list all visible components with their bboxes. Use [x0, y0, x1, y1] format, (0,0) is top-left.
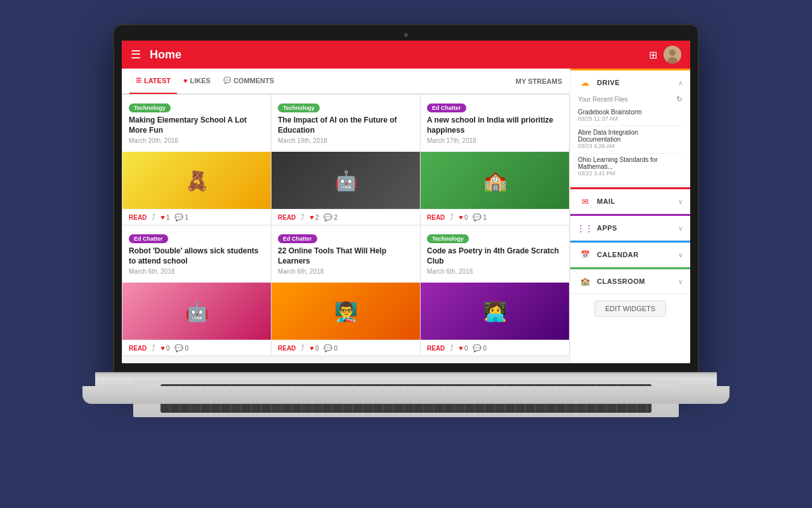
apps-widget-header[interactable]: ⋮⋮ APPS ∨	[570, 216, 690, 240]
read-button[interactable]: READ	[129, 214, 147, 221]
like-button[interactable]: ♥ 0	[459, 213, 468, 221]
comment-count: 0	[334, 345, 337, 352]
share-icon[interactable]: ⤴	[301, 213, 304, 222]
article-card[interactable]: Technology Code as Poetry in 4th Grade S…	[421, 225, 569, 356]
read-button[interactable]: READ	[427, 345, 445, 352]
like-count: 1	[166, 214, 170, 221]
drive-file[interactable]: Ohio Learning Standards for Mathemati...…	[578, 156, 683, 177]
avatar[interactable]	[664, 46, 681, 64]
tab-comments[interactable]: 💬 COMMENTS	[217, 69, 280, 94]
apps-chevron: ∨	[678, 225, 683, 232]
like-button[interactable]: ♥ 0	[459, 344, 468, 352]
read-button[interactable]: READ	[427, 214, 445, 221]
share-icon[interactable]: ⤴	[450, 344, 454, 352]
read-button[interactable]: READ	[129, 345, 147, 352]
read-button[interactable]: READ	[278, 345, 296, 352]
comment-button[interactable]: 💬 0	[473, 344, 487, 352]
article-actions: READ ⤴ ♥ 0 💬 0	[122, 340, 271, 356]
article-card[interactable]: Technology The Impact of AI on the Futur…	[272, 95, 420, 225]
share-icon[interactable]: ⤴	[301, 344, 304, 352]
my-streams-button[interactable]: MY STREAMS	[516, 77, 562, 85]
article-date: March 20th, 2018	[129, 137, 265, 144]
like-button[interactable]: ♥ 0	[310, 344, 318, 352]
drive-widget-title: DRIVE	[597, 79, 678, 86]
drive-widget-header[interactable]: ☁ DRIVE ∧	[570, 70, 690, 95]
like-count: 0	[166, 345, 170, 352]
like-button[interactable]: ♥ 0	[160, 344, 169, 352]
heart-icon: ♥	[160, 344, 165, 352]
classroom-chevron: ∨	[678, 278, 683, 285]
article-actions: READ ⤴ ♥ 0 💬 0	[272, 340, 420, 356]
mail-icon: ✉	[578, 196, 592, 207]
article-card[interactable]: Technology Making Elementary School A Lo…	[122, 95, 271, 225]
share-icon[interactable]: ⤴	[152, 344, 155, 352]
article-tag: Ed Chatter	[278, 234, 317, 243]
classroom-widget-title: CLASSROOM	[597, 277, 678, 285]
read-button[interactable]: READ	[278, 214, 296, 221]
comment-button[interactable]: 💬 2	[324, 213, 337, 222]
article-image: 👨‍🏫	[272, 283, 420, 340]
tab-latest-label: LATEST	[144, 77, 171, 84]
drive-icon: ☁	[578, 77, 592, 88]
article-title: Code as Poetry in 4th Grade Scratch Club	[427, 246, 563, 266]
like-count: 2	[315, 214, 319, 221]
menu-icon[interactable]: ☰	[131, 48, 141, 62]
comment-button[interactable]: 💬 1	[473, 213, 487, 222]
tab-likes-label: LIKES	[190, 77, 211, 84]
comment-count: 1	[185, 214, 188, 221]
comment-icon: 💬	[324, 213, 332, 222]
comment-button[interactable]: 💬 1	[174, 213, 188, 222]
classroom-widget-header[interactable]: 🏫 CLASSROOM ∨	[570, 269, 690, 293]
calendar-widget-header[interactable]: 📅 CALENDAR ∨	[570, 243, 690, 267]
article-card[interactable]: Ed Chatter A new school in India will pr…	[421, 95, 569, 225]
grid-icon[interactable]: ⊞	[649, 49, 657, 61]
like-count: 0	[315, 345, 319, 352]
edit-widgets-button[interactable]: EDIT WIDGETS	[594, 300, 666, 317]
article-date: March 19th, 2018	[278, 137, 414, 144]
comment-icon: 💬	[473, 344, 481, 352]
article-image: 🤖	[272, 152, 420, 209]
drive-file-date: 03/23 9:26 AM	[578, 143, 683, 149]
svg-point-1	[669, 50, 676, 56]
article-date: March 6th, 2018	[427, 268, 563, 275]
article-info: Technology The Impact of AI on the Futur…	[272, 95, 420, 152]
like-button[interactable]: ♥ 2	[310, 213, 318, 221]
heart-icon: ♥	[160, 213, 165, 221]
article-tag: Technology	[129, 104, 171, 112]
drive-file[interactable]: Abre Data Integration Documentation 03/2…	[578, 129, 683, 149]
article-title: 22 Online Tools That Will Help Learners	[278, 246, 414, 266]
tabs-bar: ☰ LATEST ♥ LIKES 💬 COMMENTS	[122, 69, 570, 94]
article-title: Robot 'Double' allows sick students to a…	[129, 246, 265, 266]
articles-grid: Technology Making Elementary School A Lo…	[122, 94, 570, 356]
tab-comments-label: COMMENTS	[233, 77, 274, 84]
sidebar: ☁ DRIVE ∧ Your Recent Files ↻ Gradebook …	[570, 69, 690, 363]
apps-widget-title: APPS	[597, 224, 678, 232]
mail-widget: ✉ MAIL ∨	[570, 187, 690, 214]
comments-icon: 💬	[223, 77, 231, 84]
heart-icon: ♥	[459, 344, 463, 352]
like-count: 0	[464, 345, 468, 352]
drive-file-name: Abre Data Integration Documentation	[578, 129, 683, 143]
app-body: ☰ LATEST ♥ LIKES 💬 COMMENTS	[122, 69, 690, 363]
share-icon[interactable]: ⤴	[450, 213, 454, 222]
drive-file[interactable]: Gradebook Brainstorm 03/25 11:37 AM	[578, 109, 683, 122]
tab-likes[interactable]: ♥ LIKES	[177, 69, 217, 94]
comment-button[interactable]: 💬 0	[324, 344, 337, 352]
drive-refresh-icon[interactable]: ↻	[676, 95, 683, 104]
comment-button[interactable]: 💬 0	[174, 344, 188, 352]
like-button[interactable]: ♥ 1	[160, 213, 169, 221]
article-image: 🤖	[122, 283, 271, 340]
article-title: Making Elementary School A Lot More Fun	[129, 116, 265, 135]
article-info: Ed Chatter A new school in India will pr…	[421, 95, 569, 152]
article-card[interactable]: Ed Chatter Robot 'Double' allows sick st…	[122, 225, 271, 356]
article-info: Ed Chatter 22 Online Tools That Will Hel…	[272, 225, 420, 283]
share-icon[interactable]: ⤴	[152, 213, 155, 222]
app-container: ☰ Home ⊞	[122, 41, 690, 363]
calendar-chevron: ∨	[678, 251, 683, 258]
drive-files-list: Gradebook Brainstorm 03/25 11:37 AM Abre…	[578, 109, 683, 177]
mail-widget-header[interactable]: ✉ MAIL ∨	[570, 189, 690, 213]
classroom-widget: 🏫 CLASSROOM ∨	[570, 267, 690, 294]
article-card[interactable]: Ed Chatter 22 Online Tools That Will Hel…	[272, 225, 420, 356]
comment-icon: 💬	[174, 213, 183, 222]
tab-latest[interactable]: ☰ LATEST	[129, 69, 177, 94]
